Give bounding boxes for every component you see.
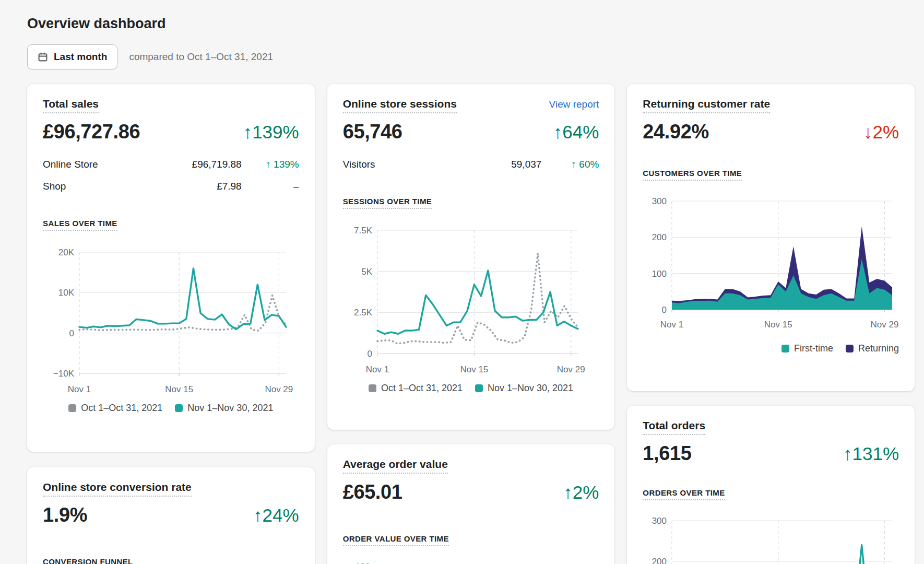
svg-text:Nov 1: Nov 1 — [660, 320, 683, 330]
svg-text:7.5K: 7.5K — [354, 226, 373, 236]
sessions-chart-legend: Oct 1–Oct 31, 2021 Nov 1–Nov 30, 2021 — [343, 383, 599, 394]
legend-chip-teal — [781, 345, 789, 352]
order-value-over-time-label[interactable]: ORDER VALUE OVER TIME — [343, 534, 449, 546]
overview-dashboard-page: Overview dashboard Last month compared t… — [0, 0, 924, 564]
svg-text:10K: 10K — [58, 288, 75, 298]
svg-text:300: 300 — [652, 196, 667, 206]
returning-customer-rate-card: Returning customer rate 24.92% ↓2% CUSTO… — [627, 84, 915, 391]
svg-text:0: 0 — [69, 328, 74, 338]
returning-rate-delta: ↓2% — [863, 122, 899, 143]
customers-over-time-chart[interactable]: 3002001000Nov 1Nov 15Nov 29 — [643, 195, 899, 335]
sessions-over-time-chart[interactable]: 7.5K5K2.5K0Nov 1Nov 15Nov 29 — [343, 223, 599, 380]
comparison-period-text: compared to Oct 1–Oct 31, 2021 — [129, 51, 273, 63]
svg-text:Nov 15: Nov 15 — [764, 320, 792, 330]
sessions-over-time-label[interactable]: SESSIONS OVER TIME — [343, 197, 432, 209]
conversion-funnel-label: CONVERSION FUNNEL — [43, 557, 133, 564]
legend-chip-gray — [369, 384, 376, 392]
total-orders-value: 1,615 — [643, 442, 691, 465]
breakdown-row-shop: Shop £7.98 – — [43, 175, 299, 197]
total-orders-title[interactable]: Total orders — [643, 419, 705, 435]
legend-item-oct[interactable]: Oct 1–Oct 31, 2021 — [369, 383, 463, 394]
customers-over-time-label[interactable]: CUSTOMERS OVER TIME — [643, 169, 742, 181]
sales-chart-legend: Oct 1–Oct 31, 2021 Nov 1–Nov 30, 2021 — [43, 403, 299, 414]
dashboard-controls: Last month compared to Oct 1–Oct 31, 202… — [27, 44, 915, 69]
aov-value: £65.01 — [343, 481, 402, 503]
breakdown-row-online-store: Online Store £96,719.88 ↑ 139% — [43, 154, 299, 175]
total-sales-value: £96,727.86 — [43, 121, 140, 143]
aov-title[interactable]: Average order value — [343, 458, 448, 474]
legend-chip-teal — [475, 384, 483, 392]
legend-chip-teal — [175, 404, 183, 412]
svg-text:Nov 1: Nov 1 — [365, 365, 388, 374]
svg-text:100: 100 — [355, 562, 370, 564]
svg-text:200: 200 — [652, 232, 667, 242]
order-value-over-time-chart[interactable]: 100500Nov 1Nov 15Nov 29 — [343, 560, 599, 564]
svg-text:300: 300 — [652, 516, 667, 526]
svg-text:0: 0 — [367, 349, 372, 359]
legend-item-nov[interactable]: Nov 1–Nov 30, 2021 — [175, 403, 273, 414]
orders-over-time-label[interactable]: ORDERS OVER TIME — [643, 488, 725, 500]
returning-rate-value: 24.92% — [643, 121, 708, 143]
sessions-delta: ↑64% — [553, 122, 599, 143]
grid-column-1: Total sales £96,727.86 ↑139% Online Stor… — [27, 84, 315, 564]
online-store-sessions-card: Online store sessions View report 65,746… — [327, 84, 615, 430]
svg-text:Nov 29: Nov 29 — [265, 384, 293, 394]
orders-over-time-chart[interactable]: 3002001000Nov 1Nov 15Nov 29 — [643, 514, 899, 564]
total-orders-card: Total orders 1,615 ↑131% ORDERS OVER TIM… — [627, 406, 915, 564]
total-sales-title[interactable]: Total sales — [43, 98, 99, 113]
customers-chart-legend: First-time Returning — [643, 343, 899, 354]
conversion-rate-value: 1.9% — [43, 504, 87, 526]
sessions-value: 65,746 — [343, 121, 402, 143]
grid-column-3: Returning customer rate 24.92% ↓2% CUSTO… — [627, 84, 915, 564]
svg-text:Nov 15: Nov 15 — [460, 365, 488, 374]
calendar-icon — [38, 52, 48, 62]
legend-item-first-time[interactable]: First-time — [781, 343, 833, 354]
conversion-rate-title[interactable]: Online store conversion rate — [43, 481, 192, 497]
legend-chip-gray — [68, 404, 76, 412]
legend-item-nov[interactable]: Nov 1–Nov 30, 2021 — [475, 383, 573, 394]
sales-over-time-chart[interactable]: 20K10K0−10KNov 1Nov 15Nov 29 — [43, 245, 299, 400]
returning-rate-title[interactable]: Returning customer rate — [643, 98, 770, 113]
breakdown-row-visitors: Visitors 59,037 ↑ 60% — [343, 154, 599, 175]
total-orders-delta: ↑131% — [843, 443, 899, 464]
view-report-link[interactable]: View report — [549, 99, 599, 110]
legend-chip-navy — [846, 345, 854, 352]
total-sales-card: Total sales £96,727.86 ↑139% Online Stor… — [27, 84, 315, 452]
grid-column-2: Online store sessions View report 65,746… — [327, 84, 615, 564]
total-sales-breakdown: Online Store £96,719.88 ↑ 139% Shop £7.9… — [43, 154, 299, 197]
conversion-rate-card: Online store conversion rate 1.9% ↑24% C… — [27, 467, 315, 564]
sessions-breakdown: Visitors 59,037 ↑ 60% — [343, 154, 599, 175]
average-order-value-card: Average order value £65.01 ↑2% ORDER VAL… — [327, 444, 615, 564]
svg-text:−10K: −10K — [53, 369, 75, 379]
svg-text:20K: 20K — [58, 248, 75, 257]
date-range-label: Last month — [54, 51, 107, 63]
date-range-button[interactable]: Last month — [27, 44, 117, 69]
conversion-rate-delta: ↑24% — [253, 505, 299, 526]
legend-item-returning[interactable]: Returning — [846, 343, 899, 354]
svg-text:5K: 5K — [361, 267, 372, 277]
svg-text:2.5K: 2.5K — [354, 308, 373, 318]
sessions-title[interactable]: Online store sessions — [343, 98, 457, 113]
page-title: Overview dashboard — [27, 16, 915, 32]
svg-text:Nov 15: Nov 15 — [165, 384, 193, 394]
svg-text:100: 100 — [652, 269, 667, 279]
svg-text:Nov 29: Nov 29 — [871, 320, 898, 330]
total-sales-delta: ↑139% — [243, 122, 299, 143]
legend-item-oct[interactable]: Oct 1–Oct 31, 2021 — [68, 403, 162, 414]
svg-text:Nov 29: Nov 29 — [556, 365, 585, 374]
svg-text:Nov 1: Nov 1 — [68, 384, 91, 394]
sales-over-time-label[interactable]: SALES OVER TIME — [43, 219, 117, 231]
aov-delta: ↑2% — [563, 482, 599, 503]
svg-text:0: 0 — [662, 305, 667, 315]
metrics-grid: Total sales £96,727.86 ↑139% Online Stor… — [27, 84, 915, 564]
svg-text:200: 200 — [652, 557, 667, 564]
